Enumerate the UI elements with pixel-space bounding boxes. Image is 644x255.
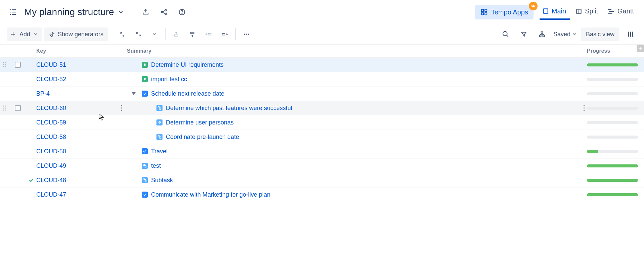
structure-switcher-icon[interactable] [6, 5, 19, 19]
svg-rect-73 [145, 181, 146, 182]
row-actions-menu-right[interactable] [581, 105, 587, 111]
view-split-tab[interactable]: Split [573, 5, 602, 19]
issue-summary-link[interactable]: Coordinate pre-launch date [166, 134, 239, 141]
chevron-down-icon [572, 32, 577, 36]
column-key[interactable]: Key [36, 48, 127, 54]
issue-key-link[interactable]: CLOUD-58 [36, 134, 66, 141]
search-icon [502, 31, 509, 38]
table-row[interactable]: CLOUD-48Subtask [0, 173, 644, 188]
plus-icon [10, 31, 16, 37]
issue-summary-link[interactable]: Determine which past features were succe… [166, 105, 292, 112]
issue-key-link[interactable]: BP-4 [36, 90, 50, 97]
saved-dropdown[interactable]: Saved [553, 31, 577, 38]
issue-key-link[interactable]: CLOUD-51 [36, 61, 66, 68]
drag-handle-icon[interactable] [0, 62, 9, 68]
svg-point-29 [244, 34, 245, 35]
issue-key-link[interactable]: CLOUD-60 [36, 105, 66, 112]
issue-summary-link[interactable]: Communicate with Marketing for go-live p… [151, 191, 270, 198]
subtask-issue-icon [156, 119, 163, 125]
svg-point-59 [121, 107, 122, 109]
chevron-down-icon [34, 32, 38, 36]
svg-line-9 [163, 10, 165, 12]
basic-view-button[interactable]: Basic view [581, 28, 619, 41]
svg-rect-15 [481, 13, 483, 15]
issue-summary-link[interactable]: Travel [151, 148, 168, 155]
table-row[interactable]: CLOUD-59Determine user personas [0, 115, 644, 130]
view-main-tab[interactable]: Main [540, 5, 570, 20]
issue-summary-link[interactable]: Determine user personas [166, 119, 234, 126]
share-icon[interactable] [157, 5, 171, 19]
column-summary[interactable]: Summary [127, 48, 587, 54]
svg-point-64 [583, 107, 585, 109]
expand-all-button[interactable] [116, 28, 129, 41]
table-row[interactable]: CLOUD-47Communicate with Marketing for g… [0, 188, 644, 202]
progress-bar [587, 150, 638, 153]
svg-point-32 [503, 32, 507, 36]
svg-point-12 [182, 13, 182, 14]
svg-rect-69 [160, 137, 161, 139]
svg-rect-36 [543, 35, 544, 37]
issue-key-link[interactable]: CLOUD-50 [36, 148, 66, 155]
table-row[interactable]: CLOUD-51Determine UI requirements [0, 58, 644, 72]
table-row[interactable]: CLOUD-49test [0, 159, 644, 173]
add-column-button[interactable] [637, 45, 644, 52]
structure-title: My planning structure [24, 7, 114, 17]
table-row[interactable]: BP-4Schedule next release date [0, 87, 644, 101]
export-icon[interactable] [139, 5, 152, 19]
svg-point-47 [5, 66, 6, 67]
column-progress[interactable]: Progress [587, 48, 644, 54]
issue-summary-link[interactable]: Schedule next release date [151, 90, 224, 97]
issue-summary-link[interactable]: Subtask [151, 177, 173, 184]
row-checkbox[interactable] [15, 105, 21, 111]
issue-key-link[interactable]: CLOUD-52 [36, 76, 66, 83]
svg-rect-27 [208, 34, 211, 35]
table-row[interactable]: CLOUD-58Coordinate pre-launch date [0, 130, 644, 144]
help-icon[interactable] [175, 5, 189, 19]
drag-handle-icon[interactable] [0, 105, 9, 111]
indent-button[interactable] [218, 28, 231, 41]
show-generators-button[interactable]: Show generators [44, 28, 108, 41]
svg-point-30 [246, 34, 247, 35]
svg-point-56 [3, 109, 4, 110]
chevron-down-icon [118, 9, 124, 15]
add-button[interactable]: Add [7, 28, 42, 41]
issue-summary-link[interactable]: import test cc [151, 76, 187, 83]
svg-rect-34 [541, 32, 543, 34]
issue-key-link[interactable]: CLOUD-49 [36, 162, 66, 169]
expand-menu-chevron[interactable] [148, 28, 161, 41]
task-issue-icon [142, 148, 148, 154]
issue-summary-link[interactable]: test [151, 162, 161, 169]
svg-point-54 [3, 107, 4, 108]
square-icon [542, 8, 549, 14]
svg-rect-68 [158, 136, 159, 137]
structure-title-dropdown[interactable]: My planning structure [24, 7, 124, 17]
task-issue-icon [142, 91, 148, 97]
table-row[interactable]: CLOUD-60Determine which past features we… [0, 101, 644, 115]
search-button[interactable] [499, 28, 512, 41]
outdent-button[interactable] [202, 28, 215, 41]
svg-point-53 [5, 105, 6, 106]
issue-summary-link[interactable]: Determine UI requirements [151, 61, 224, 68]
issue-key-link[interactable]: CLOUD-59 [36, 119, 66, 126]
table-row[interactable]: CLOUD-50Travel [0, 144, 644, 159]
apps-grid-icon [480, 8, 488, 16]
columns-button[interactable] [624, 28, 637, 41]
collapse-all-button[interactable] [132, 28, 145, 41]
filter-button[interactable] [517, 28, 531, 41]
row-checkbox[interactable] [15, 62, 21, 68]
move-down-button[interactable] [186, 28, 199, 41]
progress-bar [587, 121, 638, 124]
tempo-apps-button[interactable]: Tempo Apps [475, 5, 534, 19]
issue-key-link[interactable]: CLOUD-47 [36, 191, 66, 198]
issue-key-link[interactable]: CLOUD-48 [36, 177, 66, 184]
expand-toggle-icon[interactable] [132, 92, 136, 95]
svg-point-42 [3, 62, 4, 63]
row-actions-menu[interactable] [118, 105, 125, 111]
more-toolbar-button[interactable] [240, 28, 253, 41]
view-gantt-tab[interactable]: Gantt [605, 5, 638, 19]
svg-rect-49 [144, 64, 146, 64]
svg-rect-61 [158, 107, 159, 108]
move-up-button[interactable] [170, 28, 183, 41]
transform-button[interactable] [535, 28, 549, 41]
table-row[interactable]: CLOUD-52import test cc [0, 72, 644, 87]
